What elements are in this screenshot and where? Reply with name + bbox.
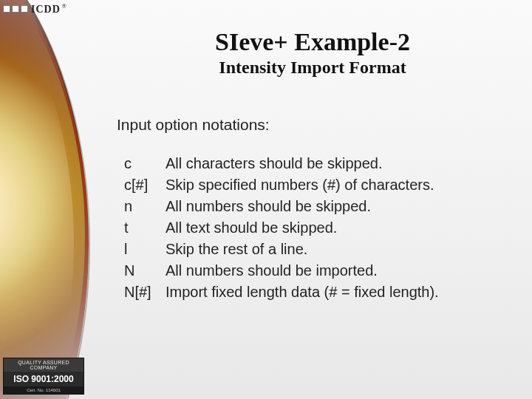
option-key: c[#] — [124, 174, 166, 196]
option-key: n — [124, 196, 166, 217]
option-desc: All numbers should be imported. — [166, 260, 514, 282]
badge-top-text: QUALITY ASSURED COMPANY — [4, 358, 83, 372]
option-desc: Import fixed length data (# = fixed leng… — [166, 282, 514, 303]
iso-badge: QUALITY ASSURED COMPANY ISO 9001:2000 Ce… — [3, 358, 84, 395]
option-desc: All numbers should be skipped. — [166, 196, 514, 217]
slide: ICDD® QUALITY ASSURED COMPANY ISO 9001:2… — [0, 0, 532, 399]
option-key: l — [124, 239, 166, 260]
option-row: l Skip the rest of a line. — [124, 239, 514, 260]
option-desc: Skip the rest of a line. — [166, 239, 514, 260]
option-key: t — [124, 217, 166, 239]
icdd-logo: ICDD® — [3, 3, 67, 16]
logo-text: ICDD® — [31, 3, 67, 16]
option-desc: All text should be skipped. — [166, 217, 514, 239]
option-desc: Skip specified numbers (#) of characters… — [166, 174, 514, 196]
option-key: N — [124, 260, 166, 282]
option-row: t All text should be skipped. — [124, 217, 514, 239]
logo-boxes-icon — [3, 5, 28, 13]
badge-main-text: ISO 9001:2000 — [13, 372, 73, 386]
option-row: c[#] Skip specified numbers (#) of chara… — [124, 174, 514, 196]
badge-cert-text: Cert. No. 114601 — [4, 386, 83, 394]
option-row: c All characters should be skipped. — [124, 153, 514, 174]
option-row: N[#] Import fixed length data (# = fixed… — [124, 282, 514, 303]
option-row: N All numbers should be imported. — [124, 260, 514, 282]
option-key: N[#] — [124, 282, 166, 303]
slide-subtitle: Intensity Import Format — [111, 58, 514, 78]
decorative-arc — [0, 0, 90, 399]
lead-text: Input option notations: — [117, 116, 514, 134]
option-row: n All numbers should be skipped. — [124, 196, 514, 217]
options-list: c All characters should be skipped. c[#]… — [124, 153, 514, 303]
option-desc: All characters should be skipped. — [166, 153, 514, 174]
option-key: c — [124, 153, 166, 174]
side-art — [0, 0, 103, 399]
slide-title: SIeve+ Example-2 — [111, 28, 514, 56]
content-area: SIeve+ Example-2 Intensity Import Format… — [111, 28, 514, 303]
